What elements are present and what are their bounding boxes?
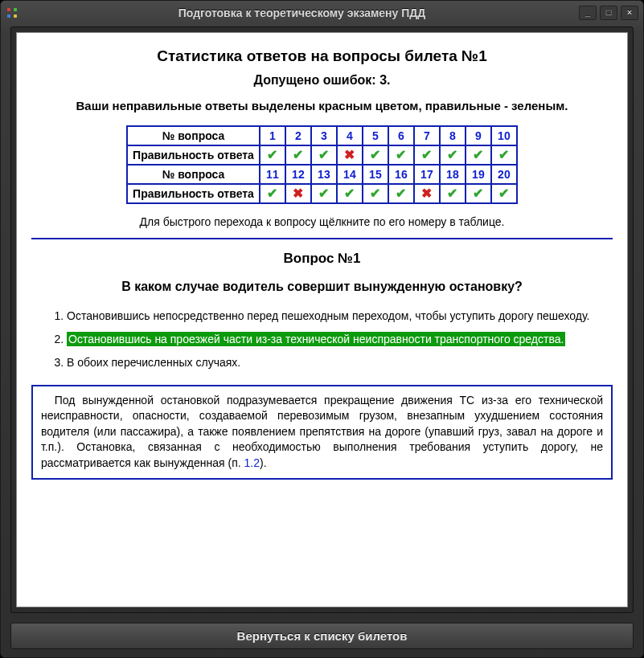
question-number-cell: 8 xyxy=(440,126,466,145)
answer-mark-cell: ✖ xyxy=(414,184,440,203)
question-number-cell: 4 xyxy=(337,126,363,145)
question-number-cell: 10 xyxy=(491,126,517,145)
row-label-question: № вопроса xyxy=(127,165,260,184)
answer-mark-cell: ✔ xyxy=(491,184,517,203)
check-icon: ✔ xyxy=(498,187,509,200)
question-number-link[interactable]: 11 xyxy=(265,168,280,181)
question-number-link[interactable]: 17 xyxy=(420,168,434,181)
window-frame: Подготовка к теоретическому экзамену ПДД… xyxy=(0,0,644,658)
minimize-button[interactable]: _ xyxy=(579,6,597,20)
check-icon: ✔ xyxy=(447,187,457,200)
app-icon xyxy=(6,6,18,19)
cross-icon: ✖ xyxy=(344,149,355,161)
question-number-link[interactable]: 2 xyxy=(291,129,306,142)
question-number-cell: 12 xyxy=(285,165,311,184)
check-icon: ✔ xyxy=(473,187,483,200)
answer-mark-cell: ✔ xyxy=(388,145,414,165)
cross-icon: ✖ xyxy=(421,187,432,200)
question-number-cell: 17 xyxy=(414,165,440,184)
question-number-link[interactable]: 13 xyxy=(317,168,331,181)
answer-item: В обоих перечисленных случаях. xyxy=(67,355,613,370)
scroll-area[interactable]: Статистика ответов на вопросы билета №1 … xyxy=(17,33,627,607)
question-number-cell: 19 xyxy=(466,165,491,184)
check-icon: ✔ xyxy=(318,187,329,200)
check-icon: ✔ xyxy=(318,149,329,161)
answer-mark-cell: ✔ xyxy=(311,145,337,165)
question-number-link[interactable]: 15 xyxy=(368,168,383,181)
question-title: Вопрос №1 xyxy=(31,251,613,267)
answer-mark-cell: ✖ xyxy=(285,184,311,203)
answer-mark-cell: ✔ xyxy=(285,145,311,165)
check-icon: ✔ xyxy=(421,149,432,161)
check-icon: ✔ xyxy=(473,149,483,161)
legend-line: Ваши неправильные ответы выделены красны… xyxy=(31,99,613,112)
answer-mark-cell: ✔ xyxy=(363,184,388,203)
question-number-cell: 18 xyxy=(440,165,466,184)
window-title: Подготовка к теоретическому экзамену ПДД xyxy=(25,6,579,19)
answer-mark-cell: ✔ xyxy=(337,184,363,203)
question-number-link[interactable]: 19 xyxy=(471,168,486,181)
return-button[interactable]: Вернуться к списку билетов xyxy=(10,623,634,649)
check-icon: ✔ xyxy=(344,187,355,200)
question-number-link[interactable]: 8 xyxy=(445,129,460,142)
check-icon: ✔ xyxy=(370,187,380,200)
question-number-cell: 9 xyxy=(466,126,491,145)
question-number-cell: 16 xyxy=(388,165,414,184)
answer-mark-cell: ✔ xyxy=(466,184,491,203)
question-number-cell: 20 xyxy=(491,165,517,184)
row-label-question: № вопроса xyxy=(127,126,260,145)
question-number-link[interactable]: 6 xyxy=(394,129,408,142)
check-icon: ✔ xyxy=(267,149,277,161)
rule-ref-link[interactable]: 1.2 xyxy=(244,456,260,469)
answer-mark-cell: ✖ xyxy=(337,145,363,165)
question-number-link[interactable]: 1 xyxy=(265,129,280,142)
question-number-cell: 11 xyxy=(260,165,285,184)
answer-mark-cell: ✔ xyxy=(363,145,388,165)
question-number-link[interactable]: 3 xyxy=(317,129,331,142)
question-number-link[interactable]: 14 xyxy=(343,168,357,181)
question-number-link[interactable]: 18 xyxy=(445,168,460,181)
check-icon: ✔ xyxy=(396,187,406,200)
question-number-link[interactable]: 16 xyxy=(394,168,408,181)
answer-text: Остановившись непосредственно перед пеше… xyxy=(67,309,590,322)
question-number-link[interactable]: 7 xyxy=(420,129,434,142)
answer-text: Остановившись на проезжей части из-за те… xyxy=(67,332,565,346)
explanation-text-post: ). xyxy=(260,456,267,469)
answer-item: Остановившись на проезжей части из-за те… xyxy=(67,332,613,347)
question-number-cell: 5 xyxy=(363,126,388,145)
cross-icon: ✖ xyxy=(293,187,303,200)
question-number-link[interactable]: 4 xyxy=(343,129,357,142)
answer-mark-cell: ✔ xyxy=(260,184,285,203)
question-number-link[interactable]: 10 xyxy=(497,129,511,142)
question-text: В каком случае водитель совершит вынужде… xyxy=(31,280,613,294)
explanation-text-pre: Под вынужденной остановкой подразумевает… xyxy=(41,394,603,469)
row-label-answer: Правильность ответа xyxy=(127,184,260,203)
check-icon: ✔ xyxy=(396,149,406,161)
question-number-link[interactable]: 20 xyxy=(497,168,511,181)
answer-mark-cell: ✔ xyxy=(466,145,491,165)
content-outer-frame: Статистика ответов на вопросы билета №1 … xyxy=(10,27,634,613)
question-number-link[interactable]: 9 xyxy=(471,129,486,142)
explanation-box: Под вынужденной остановкой подразумевает… xyxy=(31,385,613,480)
close-button[interactable]: × xyxy=(621,6,638,20)
question-number-link[interactable]: 5 xyxy=(368,129,383,142)
maximize-button[interactable]: □ xyxy=(600,6,617,20)
answer-mark-cell: ✔ xyxy=(440,145,466,165)
question-number-cell: 1 xyxy=(260,126,285,145)
row-label-answer: Правильность ответа xyxy=(127,145,260,165)
answer-mark-cell: ✔ xyxy=(491,145,517,165)
window-controls: _ □ × xyxy=(579,6,638,20)
quickjump-hint: Для быстрого перехода к вопросу щёлкните… xyxy=(31,215,613,228)
content-inner-frame: Статистика ответов на вопросы билета №1 … xyxy=(16,32,628,607)
check-icon: ✔ xyxy=(293,149,303,161)
question-number-cell: 15 xyxy=(363,165,388,184)
check-icon: ✔ xyxy=(267,187,277,200)
mistakes-line: Допущено ошибок: 3. xyxy=(31,73,613,88)
question-number-cell: 14 xyxy=(337,165,363,184)
question-number-link[interactable]: 12 xyxy=(291,168,306,181)
titlebar: Подготовка к теоретическому экзамену ПДД… xyxy=(1,1,643,25)
check-icon: ✔ xyxy=(370,149,380,161)
question-number-cell: 2 xyxy=(285,126,311,145)
answer-mark-cell: ✔ xyxy=(311,184,337,203)
question-number-cell: 7 xyxy=(414,126,440,145)
